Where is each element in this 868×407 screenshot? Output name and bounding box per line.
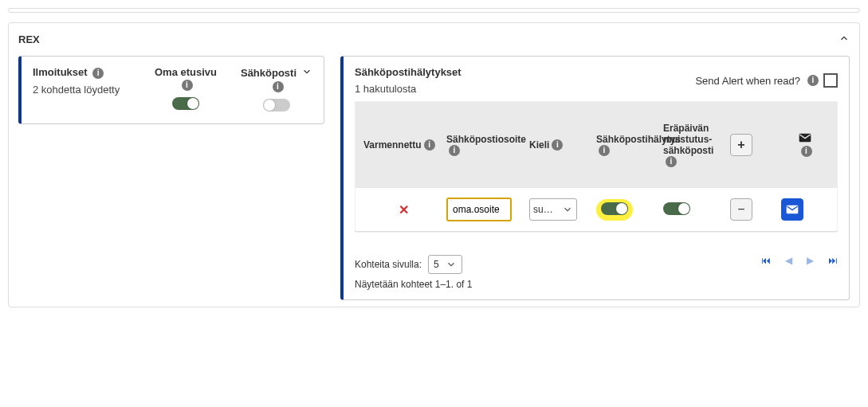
pager-last[interactable]: ⏭ [828,255,838,266]
items-per-page-select[interactable]: 5 [428,255,462,274]
chevron-down-icon [446,259,457,270]
table-row: ✕ su… [355,188,837,232]
rex-title: REX [18,33,40,45]
highlighted-alert-cell [596,199,633,221]
email-alerts-table: Varmennettu i Sähköpostiosoite i Kieli i [355,101,838,233]
due-reminder-toggle[interactable] [663,202,690,215]
notifications-column: Ilmoitukset i 2 kohdetta löydetty Oma et… [18,56,324,300]
info-icon[interactable]: i [552,139,563,151]
table-header: Varmennettu i Sähköpostiosoite i Kieli i [355,102,837,188]
info-icon[interactable]: i [801,146,812,157]
prev-section-placeholder [8,8,860,13]
email-col: Sähköposti i [241,66,312,114]
info-icon[interactable]: i [424,139,435,151]
notifications-title: Ilmoitukset [33,66,88,78]
pager-nav: ⏮ ◀ ▶ ⏭ [761,255,838,266]
info-icon[interactable]: i [273,81,284,92]
email-alerts-results: 1 hakutulosta [355,83,461,95]
email-label: Sähköposti [241,67,297,79]
email-alerts-panel: Sähköpostihälytykset 1 hakutulosta Send … [340,56,850,300]
not-verified-icon: ✕ [363,202,443,217]
homepage-col: Oma etusivu i [150,66,222,112]
notifications-found: 2 kohdetta löydetty [33,84,131,96]
rex-card: REX Ilmoitukset i 2 kohdetta löydetty Om… [8,22,860,307]
email-toggle[interactable] [263,99,290,112]
language-value: su… [533,204,553,215]
info-icon[interactable]: i [599,145,610,156]
homepage-label: Oma etusivu [155,66,217,78]
items-per-page-label: Kohteita sivulla: [355,259,422,270]
showing-text: Näytetään kohteet 1–1. of 1 [355,279,472,290]
pager-first[interactable]: ⏮ [761,255,771,266]
col-language: Kieli [529,139,549,151]
chevron-down-icon [562,204,573,215]
col-email: Sähköpostiosoite [446,134,526,145]
pager-next[interactable]: ▶ [807,255,814,266]
items-per-page-value: 5 [434,259,439,270]
send-alert-label: Send Alert when read? [695,75,800,87]
pager: Kohteita sivulla: 5 Näytetään kohteet 1–… [355,255,838,290]
send-mail-button[interactable] [781,198,803,221]
info-icon[interactable]: i [182,80,193,91]
alert-toggle[interactable] [601,202,628,215]
info-icon[interactable]: i [449,145,460,156]
email-alerts-column: Sähköpostihälytykset 1 hakutulosta Send … [340,56,850,300]
email-alerts-title: Sähköpostihälytykset [355,66,461,78]
email-input[interactable] [446,198,512,221]
send-alert-checkbox[interactable] [823,73,838,88]
collapse-icon[interactable] [839,33,850,46]
col-due: Eräpäivän muistutus-sähköposti [663,123,727,156]
homepage-toggle[interactable] [172,97,199,110]
add-row-button[interactable]: + [730,134,752,156]
expand-email-icon[interactable] [301,66,312,80]
mail-icon [799,133,811,143]
notifications-panel: Ilmoitukset i 2 kohdetta löydetty Oma et… [18,56,324,124]
rex-body: Ilmoitukset i 2 kohdetta löydetty Oma et… [18,49,850,300]
info-icon[interactable]: i [807,75,819,86]
pager-prev[interactable]: ◀ [785,255,792,266]
info-icon[interactable]: i [92,68,104,79]
remove-row-button[interactable]: − [730,198,752,221]
rex-header[interactable]: REX [18,29,850,49]
info-icon[interactable]: i [666,156,677,167]
col-verified: Varmennettu [363,139,422,151]
language-select[interactable]: su… [529,198,577,221]
